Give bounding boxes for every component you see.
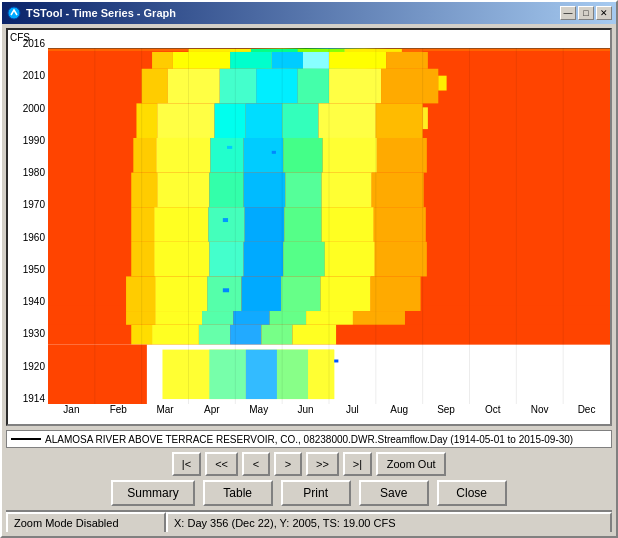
action-bar: Summary Table Print Save Close (6, 480, 612, 506)
summary-button[interactable]: Summary (111, 480, 194, 506)
print-button[interactable]: Print (281, 480, 351, 506)
svg-rect-29 (157, 103, 214, 138)
y-label-1930: 1930 (8, 328, 48, 339)
app-icon (6, 5, 22, 21)
svg-rect-20 (142, 69, 168, 104)
svg-rect-41 (323, 138, 377, 173)
coordinates-text: X: Day 356 (Dec 22), Y: 2005, TS: 19.00 … (174, 517, 396, 529)
save-button[interactable]: Save (359, 480, 429, 506)
svg-rect-61 (154, 242, 209, 277)
svg-rect-62 (209, 242, 243, 277)
svg-rect-18 (329, 52, 386, 69)
y-label-2016: 2016 (8, 38, 48, 49)
prev-prev-button[interactable]: << (205, 452, 238, 476)
maximize-button[interactable]: □ (578, 6, 594, 20)
y-label-1990: 1990 (8, 135, 48, 146)
svg-rect-92 (48, 345, 147, 404)
y-label-2010: 2010 (8, 70, 48, 81)
svg-rect-64 (283, 242, 325, 277)
svg-rect-87 (230, 325, 261, 345)
svg-rect-11 (298, 49, 345, 52)
svg-rect-28 (136, 103, 157, 138)
svg-rect-78 (202, 311, 233, 325)
zoom-mode-panel: Zoom Mode Disabled (6, 512, 166, 532)
svg-rect-33 (319, 103, 376, 138)
y-label-1914: 1914 (8, 393, 48, 404)
y-label-1920: 1920 (8, 361, 48, 372)
x-label-apr: Apr (188, 404, 235, 415)
svg-rect-59 (223, 218, 228, 222)
y-axis: 2016 2010 2000 1990 1980 1970 1960 1950 … (8, 30, 48, 424)
table-button[interactable]: Table (203, 480, 273, 506)
nav-bar: |< << < > >> >| Zoom Out (6, 452, 612, 476)
svg-rect-43 (227, 146, 232, 149)
svg-rect-53 (154, 207, 208, 242)
x-label-aug: Aug (376, 404, 423, 415)
svg-rect-17 (303, 52, 329, 69)
svg-rect-65 (325, 242, 375, 277)
x-label-mar: Mar (142, 404, 189, 415)
svg-rect-48 (244, 173, 286, 208)
svg-rect-42 (377, 138, 427, 173)
svg-rect-30 (215, 103, 246, 138)
svg-rect-77 (155, 311, 202, 325)
next-next-button[interactable]: >> (306, 452, 339, 476)
x-label-feb: Feb (95, 404, 142, 415)
svg-rect-88 (261, 325, 292, 345)
svg-rect-55 (245, 207, 285, 242)
svg-rect-35 (423, 107, 428, 129)
svg-rect-54 (208, 207, 244, 242)
svg-rect-46 (157, 173, 209, 208)
next-button[interactable]: > (274, 452, 302, 476)
svg-rect-23 (256, 69, 298, 104)
svg-rect-68 (155, 276, 207, 311)
x-axis: Jan Feb Mar Apr May Jun Jul Aug Sep Oct … (48, 404, 610, 424)
coordinates-panel: X: Day 356 (Dec 22), Y: 2005, TS: 19.00 … (166, 512, 612, 532)
last-button[interactable]: >| (343, 452, 372, 476)
svg-rect-85 (152, 325, 199, 345)
title-bar: TSTool - Time Series - Graph — □ ✕ (2, 2, 616, 24)
svg-rect-71 (281, 276, 321, 311)
svg-rect-40 (283, 138, 323, 173)
zoom-out-button[interactable]: Zoom Out (376, 452, 446, 476)
svg-rect-60 (131, 242, 154, 277)
first-button[interactable]: |< (172, 452, 201, 476)
y-label-1960: 1960 (8, 232, 48, 243)
svg-rect-66 (375, 242, 427, 277)
svg-rect-45 (131, 173, 157, 208)
svg-rect-10 (251, 49, 298, 52)
svg-rect-86 (199, 325, 230, 345)
svg-rect-15 (230, 52, 272, 69)
graph-container: CFS 2016 2010 2000 1990 1980 1970 1960 1… (6, 28, 612, 426)
minimize-button[interactable]: — (560, 6, 576, 20)
svg-rect-44 (272, 151, 276, 154)
svg-rect-80 (270, 311, 306, 325)
svg-rect-31 (246, 103, 282, 138)
y-label-1980: 1980 (8, 167, 48, 178)
svg-rect-19 (386, 52, 428, 69)
x-label-jul: Jul (329, 404, 376, 415)
svg-rect-74 (223, 288, 229, 292)
svg-rect-58 (374, 207, 426, 242)
y-label-2000: 2000 (8, 103, 48, 114)
svg-rect-94 (209, 350, 245, 399)
close-button[interactable]: ✕ (596, 6, 612, 20)
svg-rect-21 (168, 69, 220, 104)
window-title: TSTool - Time Series - Graph (26, 7, 176, 19)
heatmap-area (48, 48, 610, 404)
svg-rect-98 (334, 360, 338, 363)
svg-rect-49 (285, 173, 321, 208)
main-window: TSTool - Time Series - Graph — □ ✕ CFS 2… (0, 0, 618, 538)
svg-rect-82 (353, 311, 405, 325)
svg-rect-39 (244, 138, 284, 173)
x-label-nov: Nov (516, 404, 563, 415)
prev-button[interactable]: < (242, 452, 270, 476)
y-label-1940: 1940 (8, 296, 48, 307)
svg-rect-36 (133, 138, 156, 173)
svg-rect-47 (209, 173, 243, 208)
svg-rect-12 (345, 49, 402, 52)
svg-rect-32 (282, 103, 318, 138)
close-button-action[interactable]: Close (437, 480, 507, 506)
y-label-1970: 1970 (8, 199, 48, 210)
legend-dash (11, 438, 41, 440)
